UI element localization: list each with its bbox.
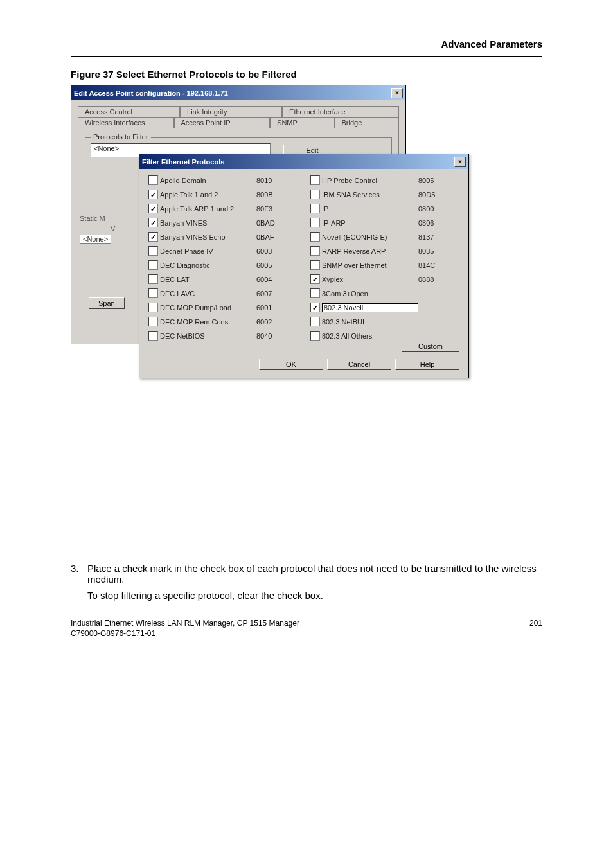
protocol-label: Apple Talk ARP 1 and 2 xyxy=(160,205,256,213)
protocol-checkbox[interactable] xyxy=(310,190,320,199)
protocol-label: Novell (ECONFIG E) xyxy=(322,233,418,241)
protocol-label: 3Com 3+Open xyxy=(322,290,418,297)
protocol-code: 0888 xyxy=(418,276,447,283)
protocol-checkbox[interactable] xyxy=(310,331,320,341)
tab-snmp[interactable]: SNMP xyxy=(270,117,334,128)
protocol-label: RARP Reverse ARP xyxy=(322,247,418,255)
protocol-checkbox[interactable] xyxy=(310,317,320,326)
tab-row-2: Wireless Interfaces Access Point IP SNMP… xyxy=(78,116,399,128)
protocol-label: 802.3 All Others xyxy=(322,332,418,340)
protocol-code: 8040 xyxy=(256,332,285,340)
protocol-code: 6001 xyxy=(256,304,285,312)
footer-line2: C79000-G8976-C171-01 xyxy=(71,629,299,639)
protocol-code: 0BAD xyxy=(256,219,285,227)
protocol-label: Apollo Domain xyxy=(160,177,256,184)
protocol-checkbox[interactable] xyxy=(310,303,320,312)
protocol-code: 6002 xyxy=(256,318,285,326)
protocol-code: 6005 xyxy=(256,261,285,269)
group-title: Protocols to Filter xyxy=(91,133,151,141)
protocol-checkbox[interactable] xyxy=(148,317,158,326)
protocol-label: IP-ARP xyxy=(322,219,418,227)
protocol-code: 6003 xyxy=(256,247,285,255)
protocol-checkbox[interactable] xyxy=(148,175,158,185)
protocol-checkbox[interactable] xyxy=(310,246,320,256)
protocol-code: 80D5 xyxy=(418,191,447,199)
protocol-checkbox[interactable] xyxy=(148,246,158,256)
partial-label-staticm: Static M xyxy=(80,215,105,222)
protocol-label: Banyan VINES Echo xyxy=(160,233,256,241)
protocol-code: 80F3 xyxy=(256,205,285,213)
section-header: Advanced Parameters xyxy=(71,39,542,49)
protocol-label: SNMP over Ethernet xyxy=(322,261,418,269)
cancel-button[interactable]: Cancel xyxy=(327,359,391,370)
protocol-label: DEC NetBIOS xyxy=(160,332,256,340)
protocol-checkbox[interactable] xyxy=(310,232,320,242)
footer-line1: Industrial Ethernet Wireless LAN RLM Man… xyxy=(71,619,299,629)
protocol-label: 802.3 NetBUI xyxy=(322,318,418,326)
protocol-label: DEC MOP Dump/Load xyxy=(160,304,256,312)
tab-link-integrity[interactable]: Link Integrity xyxy=(180,106,282,117)
protocol-code: 8019 xyxy=(256,177,285,184)
protocol-code: 0806 xyxy=(418,219,447,227)
protocol-checkbox[interactable] xyxy=(148,274,158,284)
protocol-grid: Apollo Domain8019HP Probe Control8005App… xyxy=(148,175,459,341)
protocol-code: 6007 xyxy=(256,290,285,297)
inner-title-text: Filter Ethernet Protocols xyxy=(142,158,224,166)
protocol-label: DEC LAVC xyxy=(160,290,256,297)
protocol-checkbox[interactable] xyxy=(148,303,158,312)
step-list: 3. Place a check mark in the check box o… xyxy=(71,563,542,602)
protocol-checkbox[interactable] xyxy=(148,260,158,270)
protocol-checkbox[interactable] xyxy=(148,331,158,341)
partial-label-v: V xyxy=(111,225,115,233)
protocol-label: Apple Talk 1 and 2 xyxy=(160,191,256,199)
help-button[interactable]: Help xyxy=(395,359,459,370)
protocol-code: 0BAF xyxy=(256,233,285,241)
tab-access-point-ip[interactable]: Access Point IP xyxy=(174,117,271,128)
protocol-checkbox[interactable] xyxy=(310,175,320,185)
protocol-label: HP Probe Control xyxy=(322,177,418,184)
custom-button[interactable]: Custom xyxy=(402,341,459,352)
inner-dialog: Filter Ethernet Protocols × Apollo Domai… xyxy=(139,154,469,378)
protocol-checkbox[interactable] xyxy=(148,232,158,242)
protocol-checkbox[interactable] xyxy=(310,274,320,284)
protocol-label: DEC LAT xyxy=(160,276,256,283)
ok-button[interactable]: OK xyxy=(259,359,323,370)
partial-span-button[interactable]: Span xyxy=(89,297,125,308)
page-number: 201 xyxy=(529,619,542,639)
protocol-label: Banyan VINES xyxy=(160,219,256,227)
protocol-label: 802.3 Novell xyxy=(322,303,418,312)
protocol-checkbox[interactable] xyxy=(310,218,320,227)
protocol-checkbox[interactable] xyxy=(148,218,158,227)
inner-close-icon[interactable]: × xyxy=(454,157,466,167)
outer-titlebar: Edit Access Point configuration - 192.16… xyxy=(71,85,405,100)
step-note: To stop filtering a specific protocol, c… xyxy=(87,589,542,602)
page-footer: Industrial Ethernet Wireless LAN RLM Man… xyxy=(71,619,542,639)
protocol-label: IBM SNA Services xyxy=(322,191,418,199)
partial-label-none: <None> xyxy=(80,235,111,244)
protocol-checkbox[interactable] xyxy=(310,260,320,270)
tab-ethernet-interface[interactable]: Ethernet Interface xyxy=(282,106,399,117)
protocol-label: DEC MOP Rem Cons xyxy=(160,318,256,326)
protocol-code: 8137 xyxy=(418,233,447,241)
header-rule xyxy=(71,56,542,57)
tab-access-control[interactable]: Access Control xyxy=(78,106,180,117)
tab-bridge[interactable]: Bridge xyxy=(335,117,399,128)
close-icon[interactable]: × xyxy=(391,88,403,98)
protocol-code: 809B xyxy=(256,191,285,199)
protocol-label: Decnet Phase IV xyxy=(160,247,256,255)
protocol-code: 6004 xyxy=(256,276,285,283)
outer-title-text: Edit Access Point configuration - 192.16… xyxy=(74,89,228,97)
tab-row-1: Access Control Link Integrity Ethernet I… xyxy=(78,105,399,116)
protocol-checkbox[interactable] xyxy=(148,288,158,298)
figure-caption: Figure 37 Select Ethernet Protocols to b… xyxy=(71,69,542,80)
protocol-code: 814C xyxy=(418,261,447,269)
protocol-checkbox[interactable] xyxy=(310,204,320,213)
step-text: Place a check mark in the check box of e… xyxy=(87,563,542,585)
inner-titlebar: Filter Ethernet Protocols × xyxy=(139,154,468,169)
tab-wireless-interfaces[interactable]: Wireless Interfaces xyxy=(78,117,174,128)
protocol-checkbox[interactable] xyxy=(148,190,158,199)
protocol-checkbox[interactable] xyxy=(310,288,320,298)
protocol-label: DEC Diagnostic xyxy=(160,261,256,269)
protocol-checkbox[interactable] xyxy=(148,204,158,213)
protocol-code: 8005 xyxy=(418,177,447,184)
